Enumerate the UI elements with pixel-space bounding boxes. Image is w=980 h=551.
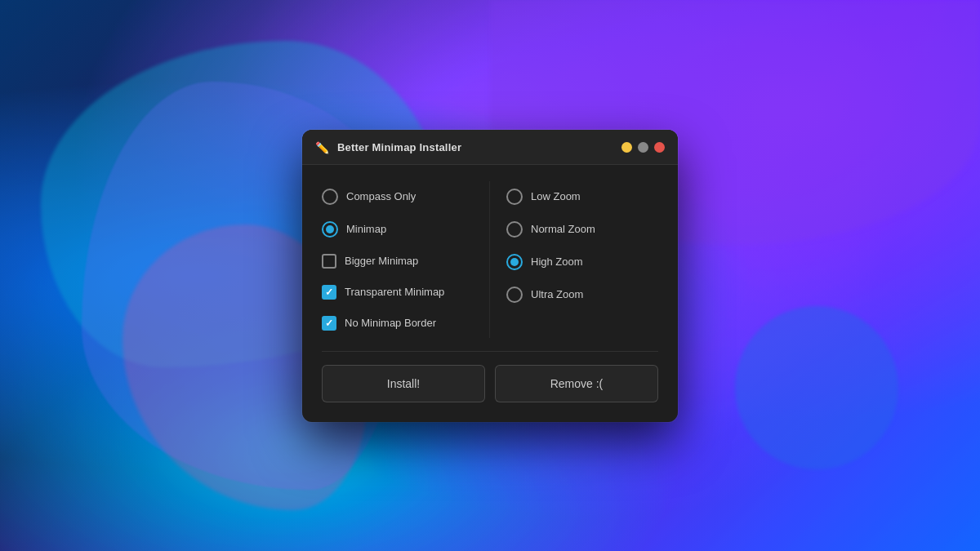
option-no-minimap-border[interactable]: No Minimap Border [322,309,473,338]
right-column: Low Zoom Normal Zoom High Zoom [490,181,658,338]
radio-normal-zoom[interactable] [506,221,523,238]
option-low-zoom[interactable]: Low Zoom [506,181,658,212]
radio-low-zoom[interactable] [506,189,523,205]
option-minimap[interactable]: Minimap [322,214,473,245]
checkbox-no-minimap-border[interactable] [322,316,336,331]
option-bigger-minimap[interactable]: Bigger Minimap [322,247,473,276]
option-ultra-zoom[interactable]: Ultra Zoom [506,279,658,310]
checkbox-transparent-minimap[interactable] [322,285,336,300]
radio-ultra-zoom[interactable] [506,287,523,303]
label-no-minimap-border: No Minimap Border [345,317,436,329]
app-icon: ✏️ [315,141,329,154]
label-low-zoom: Low Zoom [531,190,581,202]
window-controls [621,142,665,153]
titlebar: ✏️ Better Minimap Installer [302,130,678,165]
radio-high-zoom-inner [510,258,519,266]
radio-minimap-inner [326,225,334,233]
radio-compass-only[interactable] [322,189,338,205]
remove-button[interactable]: Remove :( [495,365,658,402]
close-button[interactable] [654,142,665,153]
install-button[interactable]: Install! [322,365,485,402]
label-minimap: Minimap [346,223,386,235]
label-high-zoom: High Zoom [531,256,583,268]
label-compass-only: Compass Only [346,190,416,202]
label-ultra-zoom: Ultra Zoom [531,288,583,300]
divider [322,351,658,352]
option-high-zoom[interactable]: High Zoom [506,247,658,278]
option-compass-only[interactable]: Compass Only [322,181,473,212]
label-bigger-minimap: Bigger Minimap [345,255,418,267]
checkbox-bigger-minimap[interactable] [322,254,336,269]
dialog-body: Compass Only Minimap Bigger Minimap [302,165,678,422]
radio-minimap[interactable] [322,221,338,238]
installer-dialog: ✏️ Better Minimap Installer Compass Only [302,130,678,422]
minimize-button[interactable] [621,142,632,153]
button-row: Install! Remove :( [322,365,658,402]
left-column: Compass Only Minimap Bigger Minimap [322,181,490,338]
option-transparent-minimap[interactable]: Transparent Minimap [322,278,473,307]
option-normal-zoom[interactable]: Normal Zoom [506,214,658,245]
radio-high-zoom[interactable] [506,254,523,270]
options-grid: Compass Only Minimap Bigger Minimap [322,181,658,338]
screen-center: ✏️ Better Minimap Installer Compass Only [0,0,980,551]
dialog-title: Better Minimap Installer [337,141,613,153]
fullscreen-button[interactable] [638,142,648,153]
label-normal-zoom: Normal Zoom [531,223,595,235]
label-transparent-minimap: Transparent Minimap [345,286,444,298]
